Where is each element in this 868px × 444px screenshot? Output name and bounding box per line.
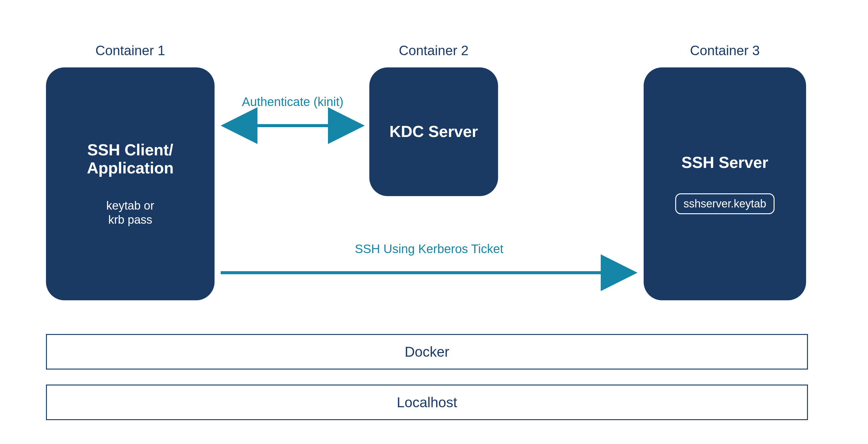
node-kdc-title: KDC Server [389, 123, 478, 141]
node-ssh-client-title-line1: SSH Client/ [87, 141, 173, 159]
container1-label: Container 1 [46, 43, 215, 58]
arrow-ssh-label: SSH Using Kerberos Ticket [221, 242, 638, 256]
layer-docker: Docker [46, 334, 808, 370]
arrow-ssh-icon [221, 263, 638, 282]
container3-label: Container 3 [644, 43, 806, 58]
arrow-auth-label: Authenticate (kinit) [221, 95, 365, 109]
node-ssh-server-title: SSH Server [681, 154, 768, 172]
node-ssh-client-sub-line2: krb pass [108, 213, 152, 226]
layer-localhost: Localhost [46, 385, 808, 420]
node-ssh-client-title-line2: Application [87, 159, 174, 177]
arrow-auth-icon [221, 117, 365, 135]
node-kdc-server: KDC Server [369, 67, 498, 196]
node-ssh-client-sub-line1: keytab or [106, 199, 154, 212]
diagram-canvas: Container 1 Container 2 Container 3 SSH … [0, 0, 868, 444]
node-ssh-client-sub: keytab or krb pass [106, 199, 154, 227]
node-ssh-server: SSH Server sshserver.keytab [644, 67, 806, 300]
container2-label: Container 2 [352, 43, 515, 58]
node-ssh-client: SSH Client/ Application keytab or krb pa… [46, 67, 215, 300]
node-ssh-client-title: SSH Client/ Application [87, 141, 174, 178]
sshserver-keytab-chip: sshserver.keytab [675, 193, 775, 214]
